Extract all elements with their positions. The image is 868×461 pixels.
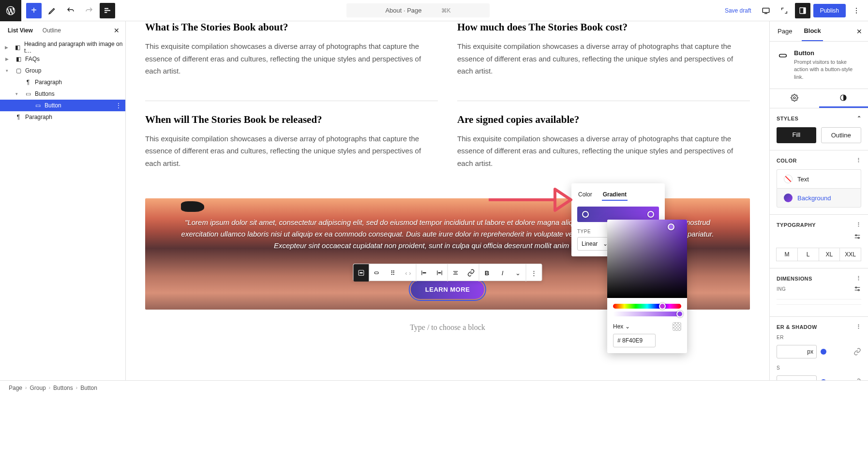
faq-text-1[interactable]: This exquisite compilation showcases a d… (145, 40, 438, 77)
settings-sidebar-toggle[interactable] (795, 3, 810, 18)
subtab-styles-icon[interactable] (819, 89, 868, 108)
saturation-handle[interactable] (668, 223, 674, 230)
crumb-button[interactable]: Button (80, 385, 97, 391)
redo-button[interactable] (81, 3, 97, 18)
tab-list-view[interactable]: List View (8, 27, 33, 34)
tab-page[interactable]: Page (776, 22, 794, 41)
transform-button-icon[interactable] (370, 264, 385, 282)
faq-col-1: What is The Stories Book about? This exq… (145, 21, 438, 92)
gradient-stop-1[interactable] (582, 211, 589, 218)
close-settings[interactable]: ✕ (856, 28, 862, 35)
border-radius-slider[interactable] (821, 379, 826, 380)
faq-heading-4[interactable]: Are signed copies available? (457, 114, 750, 126)
block-type-icon[interactable] (354, 264, 369, 282)
clear-color-icon[interactable] (673, 322, 681, 331)
svg-rect-18 (454, 272, 457, 273)
svg-rect-0 (105, 8, 108, 9)
panel-options-icon[interactable]: ⋮ (856, 324, 861, 330)
wordpress-logo[interactable] (0, 0, 21, 21)
hue-handle[interactable] (659, 303, 666, 310)
panel-options-icon[interactable]: ⋮ (856, 275, 861, 282)
align-icon[interactable] (448, 264, 464, 282)
color-saturation-area[interactable] (607, 220, 687, 298)
color-background-row[interactable]: Background (777, 188, 861, 208)
tree-paragraph-2[interactable]: ¶Paragraph (0, 111, 125, 123)
tree-group[interactable]: ▾▢Group (0, 65, 125, 76)
size-l[interactable]: L (797, 248, 819, 261)
close-list-view[interactable]: ✕ (114, 27, 120, 34)
tree-faqs[interactable]: ▶◧FAQs (0, 53, 125, 65)
alpha-slider[interactable] (613, 312, 681, 316)
svg-rect-15 (442, 270, 442, 275)
link-sides-icon[interactable] (853, 348, 861, 356)
chevron-up-icon[interactable]: ⌃ (857, 115, 861, 121)
spacing-custom-icon[interactable] (777, 285, 861, 294)
size-xxl[interactable]: XXL (839, 248, 861, 261)
hue-slider[interactable] (613, 304, 681, 309)
undo-button[interactable] (63, 3, 78, 18)
justify-full-icon[interactable] (432, 264, 448, 282)
tree-button-selected[interactable]: ▭Button⋮ (0, 100, 125, 111)
chevron-down-icon: ⌄ (625, 323, 630, 330)
faq-heading-2[interactable]: How much does The Stories Book cost? (457, 21, 750, 33)
border-width-input[interactable]: px (777, 345, 817, 358)
publish-button[interactable]: Publish (813, 4, 846, 17)
save-draft-button[interactable]: Save draft (721, 4, 755, 17)
hex-input[interactable]: # 8F40E9 (613, 334, 656, 347)
crumb-page[interactable]: Page (9, 385, 22, 391)
block-more-options[interactable]: ⋮ (526, 264, 542, 282)
crumb-buttons[interactable]: Buttons (53, 385, 73, 391)
faq-heading-3[interactable]: When will The Stories Book be released? (145, 114, 438, 126)
gradient-stop-2[interactable] (647, 211, 654, 218)
svg-point-25 (855, 287, 857, 288)
font-size-custom-icon[interactable] (777, 233, 861, 242)
view-editor-icon[interactable] (758, 3, 774, 18)
drag-handle-icon[interactable]: ⠿ (385, 264, 401, 282)
justify-left-icon[interactable] (417, 264, 432, 282)
size-xl[interactable]: XL (819, 248, 840, 261)
panel-options-icon[interactable]: ⋮ (856, 157, 861, 164)
tree-heading-paragraph[interactable]: ▶◧Heading and paragraph with image on t… (0, 42, 125, 53)
faq-text-2[interactable]: This exquisite compilation showcases a d… (457, 40, 750, 77)
faq-text-4[interactable]: This exquisite compilation showcases a d… (457, 133, 750, 170)
move-icon[interactable]: ‹ › (401, 264, 416, 282)
bold-icon[interactable]: B (479, 264, 495, 282)
tab-block[interactable]: Block (802, 21, 823, 41)
popover-tab-color[interactable]: Color (577, 189, 593, 201)
tab-outline[interactable]: Outline (43, 27, 61, 34)
faq-heading-1[interactable]: What is The Stories Book about? (145, 21, 438, 33)
svg-rect-12 (421, 270, 422, 275)
tree-paragraph-1[interactable]: ¶Paragraph (0, 76, 125, 88)
popover-tab-gradient[interactable]: Gradient (602, 189, 628, 201)
expand-icon[interactable] (777, 3, 792, 18)
crumb-group[interactable]: Group (30, 385, 45, 391)
size-m[interactable]: M (776, 248, 798, 261)
border-radius-input[interactable]: px (777, 375, 817, 380)
document-title[interactable]: About · Page ⌘K (346, 3, 489, 17)
tree-item-options[interactable]: ⋮ (116, 102, 121, 109)
svg-point-24 (858, 238, 859, 239)
svg-rect-11 (374, 272, 378, 274)
block-floating-toolbar: ⠿ ‹ › B I ⌄ ⋮ (353, 264, 542, 281)
alpha-handle[interactable] (676, 311, 683, 317)
edit-icon[interactable] (45, 3, 60, 18)
editor-breadcrumb: Page› Group› Buttons› Button (0, 380, 868, 395)
block-name: Button (794, 49, 860, 57)
color-format-select[interactable]: Hex ⌄ (613, 323, 630, 330)
border-width-slider[interactable] (821, 349, 826, 355)
add-block-button[interactable]: + (26, 3, 42, 18)
document-overview-button[interactable] (100, 3, 115, 18)
faq-text-3[interactable]: This exquisite compilation showcases a d… (145, 133, 438, 170)
link-icon[interactable] (464, 264, 479, 282)
learn-more-button[interactable]: LEARN MORE (411, 280, 484, 299)
more-rich-text-icon[interactable]: ⌄ (510, 264, 526, 282)
style-fill-button[interactable]: Fill (777, 127, 816, 143)
style-outline-button[interactable]: Outline (821, 127, 862, 143)
more-options-button[interactable] (849, 3, 864, 18)
link-radius-icon[interactable] (853, 378, 861, 380)
panel-options-icon[interactable]: ⋮ (856, 222, 861, 228)
tree-buttons[interactable]: ▾▭Buttons (0, 88, 125, 100)
color-text-row[interactable]: Text (777, 169, 861, 188)
subtab-settings-icon[interactable] (770, 89, 819, 108)
italic-icon[interactable]: I (495, 264, 510, 282)
